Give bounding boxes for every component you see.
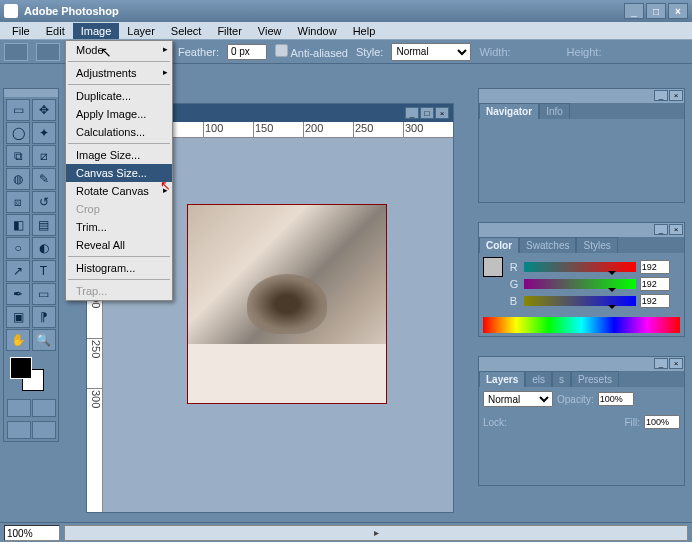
tool-lasso[interactable]: ◯ [6,122,30,144]
zoom-field[interactable]: 100% [4,525,60,541]
tool-dodge[interactable]: ◐ [32,237,56,259]
doc-maximize-button[interactable]: □ [420,107,434,119]
tool-hand[interactable]: ✋ [6,329,30,351]
tab-channels[interactable]: els [525,371,552,387]
menu-help[interactable]: Help [345,23,384,39]
menu-edit[interactable]: Edit [38,23,73,39]
panel-min-button[interactable]: _ [654,90,668,101]
toolbox-drag-handle[interactable] [4,89,58,97]
tool-eraser[interactable]: ◧ [6,214,30,236]
quickmask-mode-button[interactable] [32,399,56,417]
maximize-button[interactable]: □ [646,3,666,19]
menu-layer[interactable]: Layer [119,23,163,39]
tool-shape[interactable]: ▭ [32,283,56,305]
screen-full-menu-button[interactable] [32,421,56,439]
style-label: Style: [356,46,384,58]
style-select[interactable]: Normal [391,43,471,61]
tool-stamp[interactable]: ⧇ [6,191,30,213]
menu-window[interactable]: Window [290,23,345,39]
antialias-checkbox[interactable]: Anti-aliased [275,44,348,59]
menu-item-calculations[interactable]: Calculations... [66,123,172,141]
tab-navigator[interactable]: Navigator [479,103,539,119]
menu-item-image-size[interactable]: Image Size... [66,146,172,164]
layers-panel: _× Layers els s Presets Normal Opacity: … [478,356,685,486]
lock-label: Lock: [483,417,507,428]
panel-close-button[interactable]: × [669,358,683,369]
tab-paths[interactable]: s [552,371,571,387]
doc-close-button[interactable]: × [435,107,449,119]
tool-type[interactable]: T [32,260,56,282]
menu-view[interactable]: View [250,23,290,39]
panel-close-button[interactable]: × [669,90,683,101]
toolbox: ▭ ✥ ◯ ✦ ⧉ ⧄ ◍ ✎ ⧇ ↺ ◧ ▤ ○ ◐ ↗ T ✒ ▭ ▣ ⁋ … [3,88,59,442]
tool-pen[interactable]: ✒ [6,283,30,305]
cursor-red-icon: ↖ [160,178,171,193]
doc-minimize-button[interactable]: _ [405,107,419,119]
menu-item-rotate-canvas[interactable]: Rotate Canvas [66,182,172,200]
tab-layers[interactable]: Layers [479,371,525,387]
fg-color-swatch[interactable] [10,357,32,379]
tool-blur[interactable]: ○ [6,237,30,259]
menu-select[interactable]: Select [163,23,210,39]
color-panel: _× Color Swatches Styles R G B [478,222,685,337]
menu-item-trim[interactable]: Trim... [66,218,172,236]
tab-color[interactable]: Color [479,237,519,253]
minimize-button[interactable]: _ [624,3,644,19]
r-slider[interactable] [524,262,636,272]
tool-notes[interactable]: ▣ [6,306,30,328]
tool-brush[interactable]: ✎ [32,168,56,190]
menu-item-reveal-all[interactable]: Reveal All [66,236,172,254]
b-slider[interactable] [524,296,636,306]
tab-info[interactable]: Info [539,103,570,119]
opacity-input[interactable] [598,392,634,406]
panel-min-button[interactable]: _ [654,358,668,369]
menu-item-adjustments[interactable]: Adjustments [66,64,172,82]
tool-slice[interactable]: ⧄ [32,145,56,167]
menu-item-crop: Crop [66,200,172,218]
menu-item-mode[interactable]: Mode [66,41,172,59]
tool-marquee[interactable]: ▭ [6,99,30,121]
tool-heal[interactable]: ◍ [6,168,30,190]
cursor-icon: ↖ [100,44,112,60]
tool-move[interactable]: ✥ [32,99,56,121]
blend-mode-select[interactable]: Normal [483,391,553,407]
tab-presets[interactable]: Presets [571,371,619,387]
tab-swatches[interactable]: Swatches [519,237,576,253]
tool-wand[interactable]: ✦ [32,122,56,144]
feather-input[interactable] [227,44,267,60]
tool-zoom[interactable]: 🔍 [32,329,56,351]
tool-history[interactable]: ↺ [32,191,56,213]
panel-close-button[interactable]: × [669,224,683,235]
width-label: Width: [479,46,510,58]
menu-item-canvas-size[interactable]: Canvas Size... [66,164,172,182]
close-button[interactable]: × [668,3,688,19]
menu-item-histogram[interactable]: Histogram... [66,259,172,277]
tool-preset-icon[interactable] [4,43,28,61]
tool-crop[interactable]: ⧉ [6,145,30,167]
marquee-preview-icon [36,43,60,61]
app-title: Adobe Photoshop [24,5,119,17]
menu-item-apply-image[interactable]: Apply Image... [66,105,172,123]
spectrum-picker[interactable] [483,317,680,333]
b-input[interactable] [640,294,670,308]
g-slider[interactable] [524,279,636,289]
color-swatches[interactable] [8,357,54,393]
panel-min-button[interactable]: _ [654,224,668,235]
image-menu-dropdown: Mode Adjustments Duplicate... Apply Imag… [65,40,173,301]
tab-styles[interactable]: Styles [576,237,617,253]
color-preview-swatch[interactable] [483,257,503,277]
menu-file[interactable]: File [4,23,38,39]
menu-filter[interactable]: Filter [209,23,249,39]
standard-mode-button[interactable] [7,399,31,417]
tool-path[interactable]: ↗ [6,260,30,282]
r-input[interactable] [640,260,670,274]
tool-gradient[interactable]: ▤ [32,214,56,236]
menubar: File Edit Image Layer Select Filter View… [0,22,692,40]
menu-image[interactable]: Image [73,23,120,39]
fill-input[interactable] [644,415,680,429]
screen-standard-button[interactable] [7,421,31,439]
menu-item-trap: Trap... [66,282,172,300]
tool-eyedrop[interactable]: ⁋ [32,306,56,328]
g-input[interactable] [640,277,670,291]
menu-item-duplicate[interactable]: Duplicate... [66,87,172,105]
